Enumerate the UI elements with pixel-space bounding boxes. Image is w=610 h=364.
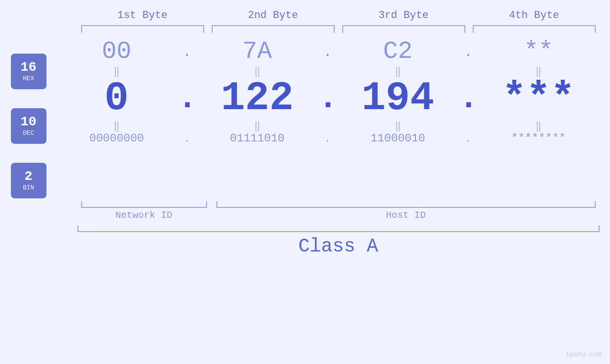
hex-byte-3: C2 [337, 39, 459, 64]
bin-sep-2: . [318, 133, 337, 144]
dec-byte-2: 122 [197, 78, 318, 119]
hex-sep-2: . [318, 43, 337, 61]
network-id-label: Network ID [81, 210, 207, 221]
bracket-2 [212, 25, 335, 33]
bin-sep-1: . [178, 133, 197, 144]
hex-byte-4: ** [478, 39, 599, 64]
bin-badge: 2 BIN [11, 163, 47, 198]
hex-badge-number: 16 [20, 61, 37, 74]
bin-sep-3: . [459, 133, 478, 144]
data-grid: 00 . 7A . C2 . ** ‖ ‖ [56, 39, 600, 144]
class-bracket [77, 225, 600, 232]
main-container: 1st Byte 2nd Byte 3rd Byte 4th Byte 16 H… [0, 0, 610, 364]
dec-sep-1: . [178, 80, 197, 117]
bin-byte-3: 11000010 [337, 133, 459, 144]
base-badges: 16 HEX 10 DEC 2 BIN [11, 54, 47, 198]
byte-headers-row: 1st Byte 2nd Byte 3rd Byte 4th Byte [77, 9, 600, 25]
byte-header-1: 1st Byte [77, 9, 208, 25]
bracket-1 [81, 25, 204, 33]
main-data-area: 16 HEX 10 DEC 2 BIN 00 . 7A [11, 39, 600, 198]
dec-byte-1: 0 [56, 78, 178, 119]
network-bracket [81, 201, 207, 208]
bin-data-row: 00000000 . 01111010 . 11000010 . *******… [56, 133, 600, 144]
bin-badge-label: BIN [23, 184, 34, 191]
bracket-3 [342, 25, 465, 33]
dec-byte-3: 194 [337, 78, 459, 119]
dec-sep-3: . [459, 80, 478, 117]
hex-byte-2: 7A [197, 39, 318, 64]
watermark: ipshu.com [565, 351, 601, 358]
bin-byte-4: ******** [478, 133, 599, 144]
byte-header-4: 4th Byte [469, 9, 600, 25]
hex-byte-1: 00 [56, 39, 178, 64]
dec-sep-2: . [318, 80, 337, 117]
hex-badge-label: HEX [23, 75, 34, 82]
bin-byte-2: 01111010 [197, 133, 318, 144]
dec-badge-number: 10 [20, 115, 37, 129]
byte-header-3: 3rd Byte [338, 9, 469, 25]
hex-data-row: 00 . 7A . C2 . ** [56, 39, 600, 64]
host-bracket [216, 201, 596, 208]
bottom-labels-row: Network ID Host ID [77, 210, 600, 221]
bin-badge-number: 2 [25, 170, 33, 183]
dec-byte-4: *** [478, 78, 599, 119]
byte-header-2: 2nd Byte [208, 9, 338, 25]
bottom-bracket-container [77, 201, 600, 208]
dec-badge: 10 DEC [11, 108, 47, 144]
bracket-4 [473, 25, 596, 33]
hex-sep-1: . [178, 43, 197, 61]
hex-sep-3: . [459, 43, 478, 61]
host-id-label: Host ID [216, 210, 596, 221]
dec-data-row: 0 . 122 . 194 . *** [56, 78, 600, 119]
top-brackets [77, 25, 600, 35]
class-label: Class A [77, 236, 600, 257]
bin-byte-1: 00000000 [56, 133, 178, 144]
dec-badge-label: DEC [23, 130, 34, 137]
hex-badge: 16 HEX [11, 54, 47, 89]
